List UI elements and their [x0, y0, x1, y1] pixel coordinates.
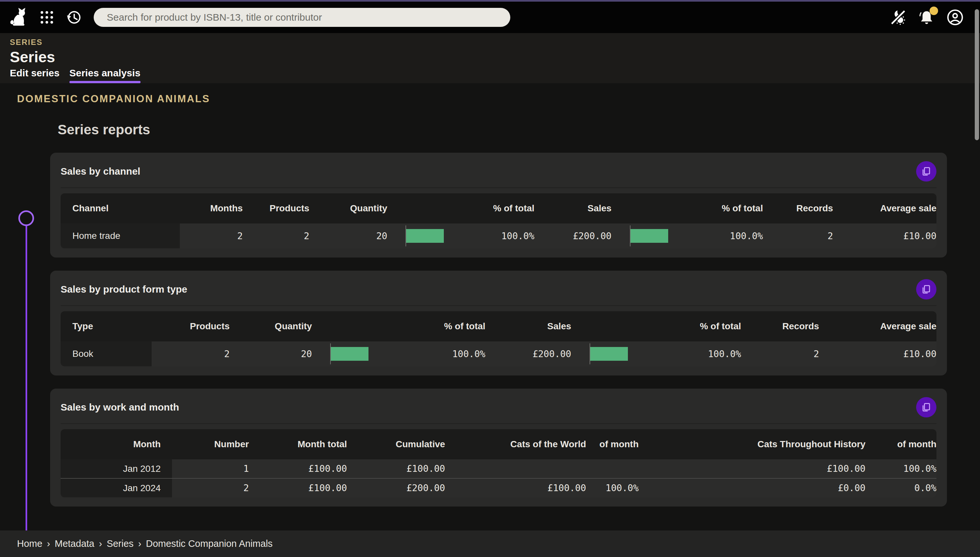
card-divider — [60, 423, 936, 424]
bar-axis — [405, 225, 406, 246]
copy-report-button[interactable] — [916, 279, 936, 300]
series-name-heading: DOMESTIC COMPANION ANIMALS — [0, 83, 980, 105]
copy-report-button[interactable] — [916, 161, 936, 181]
column-header: Average sale — [819, 311, 936, 341]
breadcrumb-item: Domestic Companion Animals — [146, 538, 273, 549]
copy-report-button[interactable] — [916, 397, 936, 417]
cell: 100.0% — [586, 478, 639, 497]
account-button[interactable] — [947, 9, 964, 26]
theme-toggle-button[interactable] — [890, 9, 907, 26]
bar-axis — [330, 344, 331, 364]
card-header: Sales by work and month — [60, 397, 936, 423]
column-header: Month — [60, 429, 172, 459]
cell: 2 — [741, 341, 819, 366]
cell: £100.00 — [249, 459, 347, 478]
search-input[interactable] — [94, 8, 510, 27]
column-header: Channel — [60, 193, 180, 223]
copy-icon — [921, 284, 932, 295]
table-row: Jan 20121£100.00£100.00£100.00100.0% — [60, 459, 936, 478]
report-card: Sales by product form typeTypeProductsQu… — [50, 270, 947, 376]
scrollbar-thumb[interactable] — [975, 9, 979, 140]
column-header: of month — [865, 429, 936, 459]
cell: Jan 2024 — [60, 478, 172, 497]
bar-cell — [611, 223, 668, 248]
tab-bar: Edit series Series analysis — [10, 67, 140, 83]
report-table: ChannelMonthsProductsQuantity% of totalS… — [60, 193, 936, 248]
bar-axis — [590, 344, 590, 364]
table-row: Home trade2220100.0%£200.00100.0%2£10.00 — [60, 223, 936, 248]
sales-bar — [406, 229, 444, 243]
table-wrapper: TypeProductsQuantity% of totalSales% of … — [60, 311, 936, 366]
column-header: Quantity — [309, 193, 387, 223]
card-header: Sales by channel — [60, 161, 936, 187]
tab-series-analysis[interactable]: Series analysis — [70, 67, 140, 83]
column-header: Products — [152, 311, 229, 341]
breadcrumb-item[interactable]: Series — [107, 538, 134, 549]
bar-column-header — [312, 311, 377, 341]
cell: 20 — [229, 341, 312, 366]
cards-container: Sales by channelChannelMonthsProductsQua… — [50, 153, 947, 507]
cell: 20 — [309, 223, 387, 248]
column-header: % of total — [632, 311, 741, 341]
column-header: Month total — [249, 429, 347, 459]
breadcrumb-item[interactable]: Home — [17, 538, 42, 549]
column-header: Quantity — [229, 311, 312, 341]
cell: 2 — [763, 223, 833, 248]
column-header: Products — [243, 193, 309, 223]
timeline-node — [18, 210, 34, 226]
cell: 100.0% — [444, 223, 534, 248]
history-button[interactable] — [65, 9, 82, 26]
cell — [586, 459, 639, 478]
top-bar — [0, 2, 980, 33]
page-eyebrow: SERIES — [10, 37, 980, 47]
page-header: SERIES Series Edit series Series analysi… — [0, 33, 980, 83]
app-grid-button[interactable] — [39, 10, 54, 25]
column-header: Type — [60, 311, 152, 341]
cell: £100.00 — [249, 478, 347, 497]
content-area: DOMESTIC COMPANION ANIMALS Series report… — [0, 83, 980, 531]
cell: £10.00 — [819, 341, 936, 366]
table-wrapper: ChannelMonthsProductsQuantity% of totalS… — [60, 193, 936, 248]
copy-icon — [921, 166, 932, 177]
table-row: Book220100.0%£200.00100.0%2£10.00 — [60, 341, 936, 366]
cell: 2 — [152, 341, 229, 366]
bar-column-header — [571, 311, 632, 341]
breadcrumb-separator: › — [47, 538, 50, 549]
breadcrumb-separator: › — [138, 538, 141, 549]
app-screen: SERIES Series Edit series Series analysi… — [0, 0, 980, 557]
breadcrumb-separator: › — [99, 538, 102, 549]
cell: 100.0% — [377, 341, 486, 366]
copy-icon — [921, 402, 932, 413]
cell: 100.0% — [632, 341, 741, 366]
column-header: Cats Throughout History — [639, 429, 866, 459]
cell: 2 — [180, 223, 243, 248]
history-icon — [65, 9, 82, 26]
column-header: of month — [586, 429, 639, 459]
column-header: Cumulative — [347, 429, 445, 459]
header-row: MonthNumberMonth totalCumulativeCats of … — [60, 429, 936, 459]
column-header: Cats of the World — [445, 429, 586, 459]
cell: £100.00 — [347, 459, 445, 478]
cat-logo[interactable] — [9, 8, 28, 27]
bar-column-header — [611, 193, 668, 223]
column-header: Records — [763, 193, 833, 223]
cell: £100.00 — [445, 478, 586, 497]
bar-column-header — [387, 193, 444, 223]
table-row: Jan 20242£100.00£200.00£100.00100.0%£0.0… — [60, 478, 936, 497]
cell: 2 — [172, 478, 249, 497]
cell: £0.00 — [639, 478, 866, 497]
cell: £10.00 — [833, 223, 936, 248]
cell: £200.00 — [486, 341, 571, 366]
report-card: Sales by work and monthMonthNumberMonth … — [50, 389, 947, 507]
breadcrumb-item[interactable]: Metadata — [55, 538, 94, 549]
card-header: Sales by product form type — [60, 279, 936, 305]
column-header: Months — [180, 193, 243, 223]
grid-icon — [39, 10, 54, 25]
notification-dot — [930, 7, 938, 15]
cell: £200.00 — [347, 478, 445, 497]
notifications-button[interactable] — [918, 9, 935, 26]
header-row: TypeProductsQuantity% of totalSales% of … — [60, 311, 936, 341]
tab-edit-series[interactable]: Edit series — [10, 67, 60, 83]
cell: 1 — [172, 459, 249, 478]
bar-cell — [571, 341, 632, 366]
